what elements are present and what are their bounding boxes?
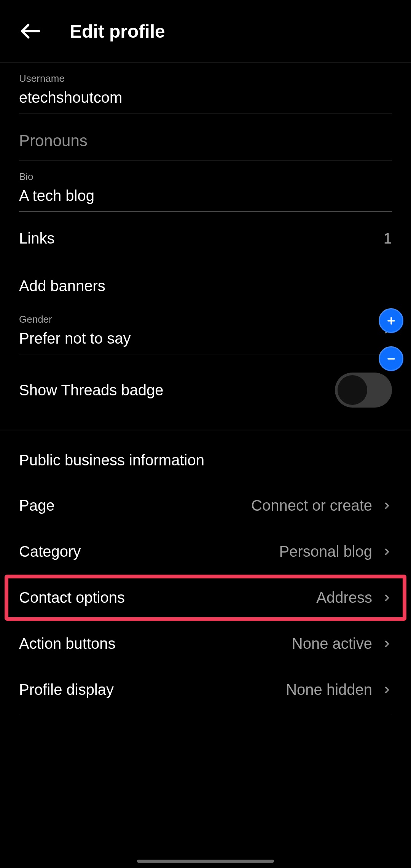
page-value: Connect or create	[251, 497, 372, 514]
pronouns-field[interactable]: Pronouns	[19, 113, 392, 161]
contact-options-label: Contact options	[19, 589, 125, 606]
chevron-right-icon	[382, 593, 392, 603]
profile-display-value: None hidden	[286, 681, 372, 698]
gender-row[interactable]: Gender Prefer not to say	[19, 296, 392, 355]
chevron-right-icon	[382, 501, 392, 511]
username-field[interactable]: Username etechshoutcom	[19, 63, 392, 113]
threads-badge-row: Show Threads badge	[19, 355, 392, 430]
username-label: Username	[19, 73, 392, 84]
action-buttons-row[interactable]: Action buttons None active	[19, 621, 392, 667]
pronouns-label: Pronouns	[19, 132, 392, 161]
category-label: Category	[19, 543, 81, 560]
add-banners-label: Add banners	[19, 277, 105, 295]
profile-display-row[interactable]: Profile display None hidden	[19, 667, 392, 713]
gender-value: Prefer not to say	[19, 330, 382, 347]
home-indicator[interactable]	[137, 860, 274, 863]
contact-options-row[interactable]: Contact options Address	[5, 575, 406, 621]
links-count: 1	[384, 230, 392, 247]
action-buttons-value: None active	[292, 635, 372, 652]
header: Edit profile	[0, 0, 411, 63]
profile-display-label: Profile display	[19, 681, 114, 698]
threads-badge-toggle[interactable]	[335, 373, 392, 408]
add-banners-row[interactable]: Add banners	[19, 259, 392, 296]
page-title: Edit profile	[70, 21, 165, 42]
back-button[interactable]	[18, 19, 42, 44]
chevron-right-icon	[382, 685, 392, 695]
page-label: Page	[19, 497, 54, 514]
links-row[interactable]: Links 1	[19, 212, 392, 259]
links-label: Links	[19, 230, 54, 247]
contact-options-value: Address	[316, 589, 372, 606]
gender-label: Gender	[19, 314, 382, 325]
fab-plus-button[interactable]	[379, 308, 403, 333]
chevron-right-icon	[382, 547, 392, 557]
arrow-left-icon	[19, 21, 41, 42]
bio-value: A tech blog	[19, 187, 392, 212]
toggle-knob	[338, 375, 367, 405]
business-section-title: Public business information	[19, 430, 392, 483]
threads-badge-label: Show Threads badge	[19, 382, 164, 399]
fab-minus-button[interactable]	[379, 346, 403, 371]
category-value: Personal blog	[279, 543, 372, 560]
category-row[interactable]: Category Personal blog	[19, 529, 392, 575]
chevron-right-icon	[382, 639, 392, 649]
bio-label: Bio	[19, 171, 392, 183]
username-value: etechshoutcom	[19, 89, 392, 113]
minus-icon	[386, 354, 397, 364]
bio-field[interactable]: Bio A tech blog	[19, 161, 392, 212]
action-buttons-label: Action buttons	[19, 635, 116, 652]
plus-icon	[386, 315, 397, 326]
page-row[interactable]: Page Connect or create	[19, 483, 392, 529]
